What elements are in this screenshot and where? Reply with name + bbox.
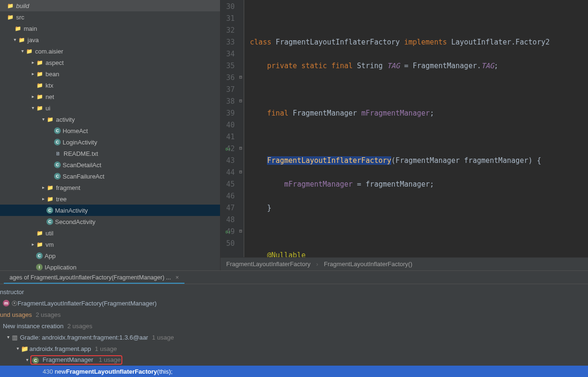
library-icon: ▥: [11, 334, 18, 341]
tree-app[interactable]: C App: [0, 250, 220, 261]
code-line[interactable]: [250, 226, 588, 238]
class-icon: C: [46, 207, 53, 214]
code-line[interactable]: }: [250, 202, 588, 214]
tree-main[interactable]: 📁 main: [0, 23, 220, 34]
tree-readme[interactable]: 🗎 README.txt: [0, 148, 220, 159]
package-icon: 📁: [46, 195, 54, 203]
class-icon: C: [32, 357, 39, 364]
tree-ktx[interactable]: 📁 ktx: [0, 80, 220, 91]
tree-aspect[interactable]: 📁 aspect: [0, 57, 220, 68]
tree-src[interactable]: 📁 src: [0, 11, 220, 23]
find-usages-panel[interactable]: ages of FragmentLayoutInflaterFactory(Fr…: [0, 270, 588, 377]
find-tabs[interactable]: ages of FragmentLayoutInflaterFactory(Fr…: [0, 271, 588, 284]
breadcrumb[interactable]: FragmentLayoutInflaterFactory › Fragment…: [220, 257, 588, 270]
package-icon: 📁: [36, 229, 44, 237]
tree-mainactivity[interactable]: C MainActivity: [0, 205, 220, 216]
tree-scandetail[interactable]: C ScanDetailAct: [0, 159, 220, 171]
tree-homeact[interactable]: C HomeAct: [0, 125, 220, 136]
code-line[interactable]: FragmentLayoutInflaterFactory(FragmentMa…: [250, 155, 588, 167]
code-line[interactable]: [250, 84, 588, 96]
tree-secondactivity[interactable]: C SecondActivity: [0, 216, 220, 227]
tree-fragment[interactable]: 📁 fragment: [0, 182, 220, 193]
chevron-right-icon[interactable]: [29, 59, 36, 66]
code-content[interactable]: class FragmentLayoutInflaterFactory impl…: [244, 0, 588, 257]
project-tree[interactable]: 📁 build 📁 src 📁 main 📁 java 📁 com.aisier…: [0, 0, 220, 270]
find-found-usages[interactable]: und usages 2 usages: [0, 309, 588, 320]
chevron-down-icon[interactable]: [40, 116, 46, 123]
class-icon: C: [54, 162, 61, 168]
package-icon: 📁: [36, 241, 44, 248]
chevron-right-icon[interactable]: [29, 241, 36, 248]
class-icon: C: [54, 127, 61, 134]
method-icon: m: [3, 300, 9, 306]
chevron-down-icon[interactable]: [29, 105, 36, 111]
folder-icon: 📁: [18, 36, 26, 44]
tree-util[interactable]: 📁 util: [0, 227, 220, 239]
class-icon: C: [54, 173, 61, 180]
breadcrumb-item[interactable]: FragmentLayoutInflaterFactory: [226, 260, 311, 268]
fold-gutter[interactable]: ⊟⊟⊟⊟⊟: [238, 0, 244, 257]
code-line[interactable]: class FragmentLayoutInflaterFactory impl…: [250, 36, 588, 48]
chevron-right-icon[interactable]: [29, 93, 36, 100]
chevron-down-icon[interactable]: [24, 357, 30, 363]
tree-loginact[interactable]: C LoginActivity: [0, 136, 220, 148]
find-usage-line[interactable]: 430 new FragmentLayoutInflaterFactory(th…: [0, 366, 588, 377]
find-class[interactable]: C FragmentManager 1 usage: [0, 354, 588, 366]
tree-pkg-root[interactable]: 📁 com.aisier: [0, 45, 220, 57]
code-line[interactable]: [250, 131, 588, 143]
code-line[interactable]: mFragmentManager = fragmentManager;: [250, 179, 588, 190]
line-number-gutter: 30313233343536373839404142o↑434445464748…: [220, 0, 238, 257]
package-icon: 📁: [21, 345, 28, 352]
class-icon: C: [54, 139, 61, 145]
folder-icon: 📁: [14, 25, 22, 32]
tree-scanfail[interactable]: C ScanFailureAct: [0, 171, 220, 182]
chevron-down-icon[interactable]: [5, 334, 11, 341]
package-icon: 📁: [36, 81, 44, 89]
tree-net[interactable]: 📁 net: [0, 91, 220, 102]
code-editor[interactable]: 30313233343536373839404142o↑434445464748…: [220, 0, 588, 270]
chevron-down-icon[interactable]: [19, 48, 26, 54]
tree-bean[interactable]: 📁 bean: [0, 68, 220, 80]
tree-java[interactable]: 📁 java: [0, 34, 220, 45]
package-icon: 📁: [36, 104, 44, 112]
tree-iapplication[interactable]: I IApplication: [0, 261, 220, 270]
chevron-right-icon[interactable]: [40, 184, 46, 191]
package-icon: 📁: [46, 184, 54, 191]
tree-build[interactable]: 📁 build: [0, 0, 220, 11]
breadcrumb-item[interactable]: FragmentLayoutInflaterFactory(): [324, 260, 412, 268]
class-icon: C: [46, 218, 53, 225]
tree-activity[interactable]: 📁 activity: [0, 114, 220, 125]
chevron-right-icon: ›: [316, 260, 318, 268]
chevron-down-icon[interactable]: [11, 36, 18, 43]
find-tab[interactable]: ages of FragmentLayoutInflaterFactory(Fr…: [4, 272, 184, 284]
tree-vm[interactable]: 📁 vm: [0, 239, 220, 250]
tree-treepkg[interactable]: 📁 tree: [0, 193, 220, 205]
code-line[interactable]: final FragmentManager mFragmentManager;: [250, 108, 588, 119]
code-line[interactable]: @Nullable: [250, 250, 588, 257]
find-method[interactable]: m ⦿ FragmentLayoutInflaterFactory(Fragme…: [0, 297, 588, 309]
chevron-down-icon[interactable]: [14, 345, 21, 352]
find-group-constructor[interactable]: nstructor: [0, 286, 588, 297]
close-icon[interactable]: ×: [175, 274, 179, 281]
chevron-right-icon[interactable]: [29, 71, 36, 77]
find-new-instance[interactable]: New instance creation 2 usages: [0, 320, 588, 332]
folder-icon: 📁: [7, 13, 14, 21]
find-gradle-lib[interactable]: ▥ Gradle: androidx.fragment:fragment:1.3…: [0, 332, 588, 343]
package-icon: 📁: [36, 59, 44, 66]
interface-icon: I: [36, 264, 43, 270]
chevron-right-icon[interactable]: [40, 196, 46, 202]
class-icon: C: [36, 252, 43, 259]
find-package[interactable]: 📁 androidx.fragment.app 1 usage: [0, 343, 588, 354]
tree-ui[interactable]: 📁 ui: [0, 102, 220, 114]
code-line[interactable]: private static final String TAG = Fragme…: [250, 60, 588, 72]
code-line[interactable]: [250, 13, 588, 25]
package-icon: 📁: [36, 70, 44, 78]
file-icon: 🗎: [54, 150, 62, 157]
folder-icon: 📁: [7, 2, 14, 9]
package-icon: 📁: [36, 93, 44, 100]
package-icon: 📁: [26, 47, 33, 55]
package-icon: 📁: [46, 116, 54, 123]
